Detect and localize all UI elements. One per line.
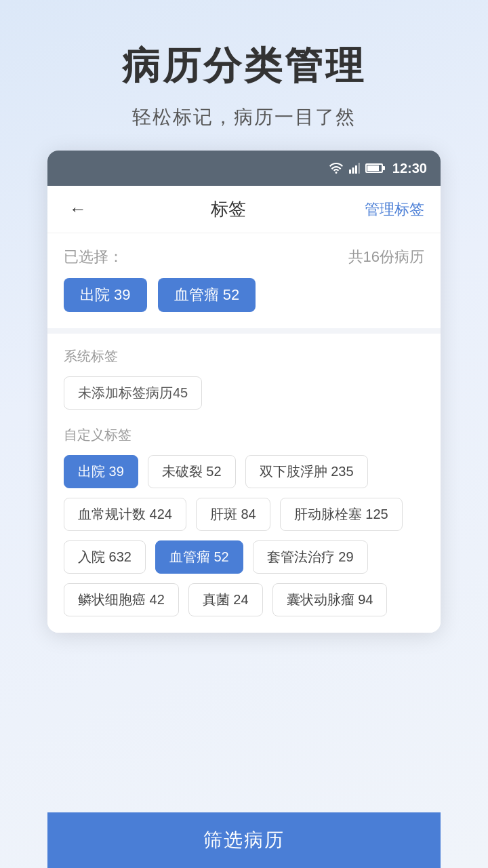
- selected-label: 已选择：: [64, 247, 123, 267]
- custom-tag-ganzhan[interactable]: 肝斑 84: [196, 498, 270, 531]
- custom-tag-shuangxiazhi[interactable]: 双下肢浮肿 235: [245, 455, 368, 488]
- selected-tags: 出院 39 血管瘤 52: [64, 278, 424, 312]
- custom-tag-xuechang[interactable]: 血常规计数 424: [64, 498, 186, 531]
- custom-tag-nangzhuang[interactable]: 囊状动脉瘤 94: [272, 583, 388, 616]
- nav-title: 标签: [92, 197, 365, 221]
- nav-bar: ← 标签 管理标签: [47, 186, 441, 233]
- status-time: 12:30: [392, 161, 427, 176]
- phone-frame: 12:30 ← 标签 管理标签 已选择： 共16份病历 出院 39 血管瘤 52…: [47, 151, 441, 633]
- manage-tags-button[interactable]: 管理标签: [365, 199, 424, 220]
- signal-icon: [349, 163, 360, 174]
- svg-rect-0: [349, 170, 351, 174]
- svg-rect-3: [358, 163, 360, 174]
- system-tag-no-tag[interactable]: 未添加标签病历45: [64, 376, 202, 410]
- svg-rect-1: [352, 167, 354, 174]
- custom-tag-wupolie[interactable]: 未破裂 52: [148, 455, 236, 488]
- filter-button[interactable]: 筛选病历: [47, 812, 441, 868]
- custom-tag-chuyu[interactable]: 出院 39: [64, 455, 138, 488]
- selected-tag-xueguanliui[interactable]: 血管瘤 52: [158, 278, 256, 312]
- custom-tag-zhenjun[interactable]: 真菌 24: [188, 583, 263, 616]
- back-button[interactable]: ←: [64, 193, 92, 225]
- svg-rect-2: [355, 165, 357, 174]
- selected-tag-chuyu[interactable]: 出院 39: [64, 278, 147, 312]
- promo-area: 病历分类管理 轻松标记，病历一目了然: [0, 0, 488, 151]
- wifi-icon: [329, 163, 344, 174]
- promo-subtitle: 轻松标记，病历一目了然: [27, 104, 461, 130]
- system-tags-title: 系统标签: [64, 347, 424, 366]
- custom-tag-taoguanfa[interactable]: 套管法治疗 29: [253, 540, 368, 574]
- custom-tag-ruyuan[interactable]: 入院 632: [64, 540, 146, 574]
- custom-tag-grid: 出院 39 未破裂 52 双下肢浮肿 235 血常规计数 424 肝斑 84 肝…: [64, 455, 424, 616]
- custom-tag-linzhuang[interactable]: 鳞状细胞癌 42: [64, 583, 179, 616]
- tags-section: 系统标签 未添加标签病历45 自定义标签 出院 39 未破裂 52 双下肢浮肿 …: [47, 334, 441, 633]
- custom-tag-xueguanliuc[interactable]: 血管瘤 52: [155, 540, 243, 574]
- custom-tag-gandongmai[interactable]: 肝动脉栓塞 125: [280, 498, 403, 531]
- selected-section: 已选择： 共16份病历 出院 39 血管瘤 52: [47, 233, 441, 334]
- status-bar: 12:30: [47, 151, 441, 186]
- selected-count: 共16份病历: [348, 247, 424, 267]
- selected-header: 已选择： 共16份病历: [64, 247, 424, 267]
- custom-tags-title: 自定义标签: [64, 426, 424, 444]
- battery-icon: [365, 163, 383, 173]
- promo-title: 病历分类管理: [27, 41, 461, 92]
